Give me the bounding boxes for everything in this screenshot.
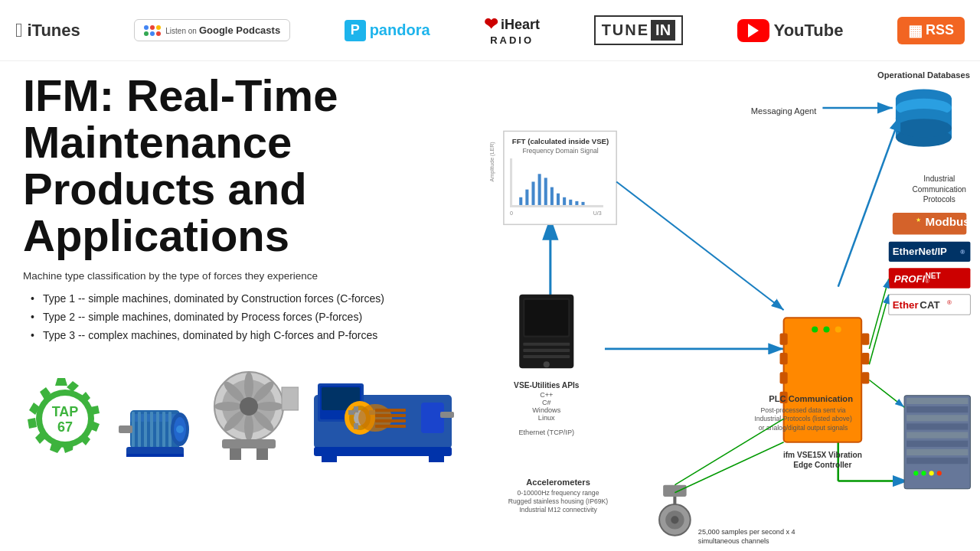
diagram-svg: Operational Databases Messaging Agent bbox=[479, 61, 980, 551]
svg-rect-27 bbox=[126, 454, 184, 457]
svg-rect-21 bbox=[150, 412, 153, 447]
svg-text:C++: C++ bbox=[540, 391, 553, 399]
top-bar:  iTunes Listen on Google Podcasts P pan… bbox=[0, 0, 980, 61]
svg-text:Industrial: Industrial bbox=[923, 174, 955, 183]
itunes-logo[interactable]:  iTunes bbox=[15, 18, 80, 42]
svg-text:VSE-Utilities APIs: VSE-Utilities APIs bbox=[514, 381, 580, 390]
svg-rect-23 bbox=[162, 412, 165, 447]
svg-text:PROFI: PROFI bbox=[894, 273, 926, 285]
tune-text: TUNE bbox=[602, 21, 649, 39]
youtube-label: YouTube bbox=[774, 21, 844, 41]
blower-svg bbox=[199, 364, 299, 464]
motor-svg bbox=[115, 391, 191, 464]
svg-text:Linux: Linux bbox=[538, 414, 555, 422]
svg-text:0-10000Hz frequency range: 0-10000Hz frequency range bbox=[518, 489, 599, 497]
pandora-logo[interactable]: P pandora bbox=[345, 20, 430, 41]
main-title: IFM: Real-Time Maintenance Products and … bbox=[23, 73, 459, 259]
svg-point-35 bbox=[256, 402, 283, 411]
youtube-icon bbox=[737, 19, 769, 42]
heart-icon: ❤ bbox=[484, 15, 498, 34]
rss-wave-icon: ▦ bbox=[908, 21, 923, 40]
svg-rect-66 bbox=[429, 455, 444, 462]
svg-rect-64 bbox=[375, 425, 406, 428]
svg-text:Rugged stainless housing (IP69: Rugged stainless housing (IP69K) bbox=[508, 497, 609, 505]
svg-line-170 bbox=[869, 295, 888, 364]
motor-machine bbox=[115, 391, 191, 464]
iheart-logo[interactable]: ❤ iHeart RADIO bbox=[484, 15, 540, 46]
svg-rect-141 bbox=[906, 398, 968, 404]
svg-rect-44 bbox=[230, 448, 241, 460]
svg-text:FFT (calculated inside VSE): FFT (calculated inside VSE) bbox=[512, 137, 609, 145]
svg-marker-9 bbox=[28, 418, 37, 429]
svg-point-119 bbox=[812, 326, 818, 332]
msg-agent-label: Messaging Agent bbox=[751, 106, 817, 116]
svg-text:Ether: Ether bbox=[893, 299, 919, 311]
svg-rect-114 bbox=[780, 372, 788, 383]
svg-rect-118 bbox=[861, 372, 869, 383]
svg-text:25,000 samples per second x 4: 25,000 samples per second x 4 bbox=[698, 528, 795, 536]
svg-rect-96 bbox=[569, 200, 572, 205]
svg-rect-102 bbox=[523, 343, 570, 346]
pandora-label: pandora bbox=[370, 21, 430, 39]
svg-rect-146 bbox=[906, 441, 968, 447]
diagram-content: Operational Databases Messaging Agent bbox=[479, 61, 980, 551]
svg-rect-85 bbox=[510, 205, 603, 207]
svg-rect-22 bbox=[156, 412, 159, 447]
svg-rect-101 bbox=[524, 300, 568, 336]
svg-text:Post-processed data sent via: Post-processed data sent via bbox=[760, 406, 845, 414]
database-icon bbox=[896, 90, 952, 147]
svg-rect-92 bbox=[544, 178, 547, 205]
blower-machine bbox=[199, 364, 299, 464]
svg-point-162 bbox=[671, 516, 678, 523]
rss-logo[interactable]: ▦ RSS bbox=[897, 17, 965, 44]
tunein-logo[interactable]: TUNE IN bbox=[594, 15, 683, 45]
svg-rect-62 bbox=[375, 414, 406, 417]
google-podcasts-logo[interactable]: Listen on Google Podcasts bbox=[134, 19, 290, 42]
svg-text:®: ® bbox=[960, 249, 965, 256]
svg-rect-104 bbox=[523, 355, 570, 358]
svg-text:®: ® bbox=[926, 279, 930, 285]
svg-text:®: ® bbox=[947, 299, 952, 306]
svg-line-169 bbox=[869, 279, 888, 348]
svg-rect-95 bbox=[563, 197, 566, 205]
gear-svg: TAP 67 bbox=[23, 377, 107, 461]
svg-text:ifm VSE15X Vibration: ifm VSE15X Vibration bbox=[783, 451, 862, 459]
play-icon bbox=[748, 24, 759, 37]
svg-rect-56 bbox=[348, 410, 354, 415]
svg-point-41 bbox=[240, 397, 258, 416]
svg-rect-144 bbox=[906, 423, 968, 429]
svg-text:Communication: Communication bbox=[913, 185, 966, 194]
cnc-lathe bbox=[306, 357, 459, 464]
svg-rect-84 bbox=[510, 158, 512, 205]
svg-text:Edge Controller: Edge Controller bbox=[793, 461, 851, 469]
svg-rect-91 bbox=[538, 174, 541, 205]
youtube-logo[interactable]: YouTube bbox=[737, 19, 844, 42]
svg-rect-97 bbox=[575, 201, 578, 205]
svg-text:U/3: U/3 bbox=[593, 210, 602, 217]
svg-rect-65 bbox=[322, 455, 337, 462]
svg-rect-25 bbox=[119, 425, 132, 433]
itunes-label: iTunes bbox=[28, 21, 80, 41]
svg-rect-94 bbox=[557, 194, 560, 205]
in-box: IN bbox=[651, 20, 675, 41]
svg-line-168 bbox=[675, 419, 783, 484]
svg-rect-145 bbox=[906, 432, 968, 439]
svg-rect-113 bbox=[780, 353, 788, 364]
svg-point-72 bbox=[896, 119, 952, 137]
svg-text:PLC Communication: PLC Communication bbox=[769, 394, 853, 403]
pandora-p-icon: P bbox=[345, 20, 366, 41]
svg-rect-45 bbox=[256, 448, 268, 460]
svg-rect-54 bbox=[440, 412, 454, 418]
svg-point-39 bbox=[214, 402, 242, 411]
svg-point-121 bbox=[835, 326, 841, 332]
list-item: Type 2 -- simple machines, dominated by … bbox=[31, 308, 459, 326]
svg-text:EtherNet/IP: EtherNet/IP bbox=[893, 246, 947, 257]
content-area: IFM: Real-Time Maintenance Products and … bbox=[0, 61, 980, 551]
svg-rect-147 bbox=[906, 449, 968, 455]
svg-point-33 bbox=[244, 372, 253, 399]
svg-rect-117 bbox=[861, 353, 869, 364]
svg-text:Ethernet (TCP/IP): Ethernet (TCP/IP) bbox=[519, 429, 575, 436]
svg-text:0: 0 bbox=[510, 210, 513, 217]
svg-rect-43 bbox=[222, 439, 276, 448]
svg-text:simultaneous channels: simultaneous channels bbox=[698, 537, 769, 545]
